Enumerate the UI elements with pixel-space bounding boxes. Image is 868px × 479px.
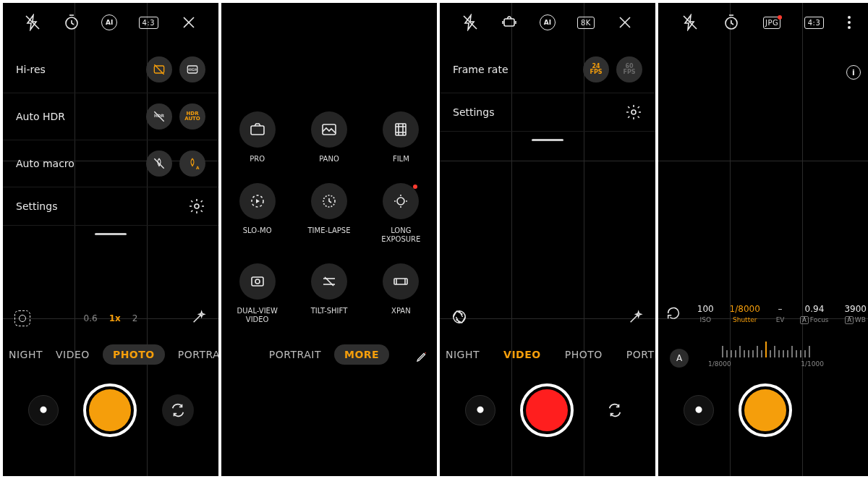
- more-pano[interactable]: PANO: [311, 111, 347, 164]
- overflow-menu-icon[interactable]: [848, 16, 851, 29]
- screen-video: AI 8K Frame rate 24FPS 60FPS Settings: [440, 3, 655, 476]
- svg-text:HIGH: HIGH: [187, 67, 197, 72]
- more-dualview[interactable]: DUAL-VIEW VIDEO: [237, 263, 278, 325]
- topbar: AI 4:3: [3, 3, 218, 42]
- screen-pro: JPG 4:3 i 100ISO 1/8000Shutter –EV 0.94 …: [658, 3, 868, 476]
- chip-hdr-off[interactable]: HDR: [146, 103, 172, 130]
- ai-icon[interactable]: AI: [540, 14, 556, 30]
- reset-icon[interactable]: [665, 305, 681, 321]
- aspect-ratio-chip[interactable]: 4:3: [804, 17, 825, 29]
- zoom-picker[interactable]: 0.6 1x 2: [84, 313, 138, 323]
- google-lens-icon[interactable]: [14, 310, 30, 326]
- screen-photo: AI 4:3 Hi-res HIGH Auto HDR HDR: [3, 3, 218, 476]
- more-film[interactable]: FILM: [383, 111, 419, 164]
- shutter-photo[interactable]: [83, 383, 137, 437]
- more-modes-grid: PRO PANO FILM SLO-MO TIME-LAPSE LONG EXP…: [221, 111, 437, 325]
- zoom-row: [440, 305, 655, 331]
- chip-fps60[interactable]: 60FPS: [616, 56, 642, 82]
- last-shot-thumbnail[interactable]: [684, 395, 714, 425]
- aspect-ratio-chip[interactable]: 4:3: [139, 17, 159, 29]
- chip-macro-auto[interactable]: A: [179, 151, 205, 177]
- svg-rect-27: [504, 19, 514, 26]
- close-icon[interactable]: [616, 14, 634, 31]
- zoom-row: 0.6 1x 2: [3, 305, 218, 331]
- pro-params-strip: 100ISO 1/8000Shutter –EV 0.94 AFocus 390…: [658, 295, 868, 331]
- mode-strip[interactable]: NIGHT VIDEO PHOTO PORTRAIT: [440, 340, 655, 369]
- row-hires: Hi-res HIGH: [3, 46, 218, 93]
- more-pro[interactable]: PRO: [239, 111, 276, 164]
- edit-modes-icon[interactable]: [415, 350, 428, 366]
- shutter-record[interactable]: [520, 383, 574, 437]
- svg-point-20: [255, 279, 260, 284]
- flash-off-icon[interactable]: [24, 14, 41, 31]
- svg-line-10: [154, 158, 163, 168]
- stabilization-icon[interactable]: [501, 14, 518, 31]
- chip-hdr-auto[interactable]: HDRAUTO: [179, 103, 205, 130]
- last-shot-thumbnail[interactable]: [28, 395, 59, 425]
- pro-ev[interactable]: –EV: [776, 304, 785, 323]
- switch-camera-button[interactable]: [162, 394, 194, 426]
- svg-rect-15: [396, 124, 406, 135]
- flash-off-icon[interactable]: [681, 14, 699, 31]
- screen-more: PRO PANO FILM SLO-MO TIME-LAPSE LONG EXP…: [221, 3, 437, 476]
- svg-point-25: [425, 352, 427, 354]
- svg-point-12: [195, 204, 199, 208]
- row-settings[interactable]: Settings: [3, 187, 218, 226]
- switch-camera-button[interactable]: [599, 394, 631, 426]
- shutter-ruler[interactable]: 1/80001/1000: [658, 343, 868, 376]
- topbar: AI 8K: [440, 3, 655, 42]
- chip-fps24[interactable]: 24FPS: [583, 56, 609, 82]
- mode-active[interactable]: PHOTO: [103, 344, 165, 365]
- drawer-drag-handle[interactable]: [3, 226, 218, 242]
- settings-gear-icon: [625, 103, 642, 121]
- last-shot-thumbnail[interactable]: [465, 395, 495, 425]
- row-framerate: Frame rate 24FPS 60FPS: [440, 46, 655, 93]
- svg-text:A: A: [196, 166, 200, 170]
- svg-point-30: [631, 110, 636, 114]
- row-autohdr: Auto HDR HDR HDRAUTO: [3, 93, 218, 140]
- row-automacro: Auto macro A: [3, 140, 218, 187]
- more-timelapse[interactable]: TIME-LAPSE: [308, 183, 351, 245]
- mode-strip[interactable]: PORTRAIT MORE: [221, 340, 437, 369]
- resolution-chip[interactable]: 8K: [577, 17, 595, 29]
- svg-point-18: [397, 198, 404, 205]
- more-tiltshift[interactable]: TILT-SHIFT: [311, 263, 348, 325]
- filters-wand-icon[interactable]: [628, 309, 644, 328]
- shutter-photo[interactable]: [739, 383, 792, 437]
- auto-button[interactable]: A: [670, 349, 689, 368]
- filters-wand-icon[interactable]: [191, 309, 207, 328]
- chip-macro-off[interactable]: [146, 151, 172, 177]
- chip-hires-off[interactable]: [146, 56, 172, 82]
- quick-settings-drawer: Frame rate 24FPS 60FPS Settings: [440, 46, 655, 148]
- svg-rect-19: [252, 277, 263, 286]
- more-longexposure[interactable]: LONG EXPOSURE: [381, 183, 420, 245]
- info-icon[interactable]: i: [846, 65, 861, 80]
- timer-icon[interactable]: [63, 14, 80, 31]
- format-jpg-chip[interactable]: JPG: [763, 17, 780, 29]
- timer-icon[interactable]: [723, 14, 740, 31]
- pro-wb[interactable]: 3900 AWB: [844, 304, 867, 323]
- shutter-row: [3, 378, 218, 443]
- more-slomo[interactable]: SLO-MO: [239, 183, 276, 245]
- ai-icon[interactable]: AI: [101, 14, 117, 30]
- pro-focus[interactable]: 0.94 AFocus: [800, 304, 828, 323]
- settings-gear-icon: [188, 198, 205, 215]
- pro-shutter[interactable]: 1/8000Shutter: [730, 304, 760, 323]
- drawer-drag-handle[interactable]: [440, 132, 655, 148]
- topbar: JPG 4:3: [658, 3, 868, 42]
- more-xpan[interactable]: XPAN: [383, 263, 419, 325]
- aperture-icon[interactable]: [451, 309, 467, 328]
- row-settings[interactable]: Settings: [440, 93, 655, 132]
- shutter-row: [658, 378, 868, 443]
- quick-settings-drawer: Hi-res HIGH Auto HDR HDR HDRAUTO: [3, 46, 218, 242]
- chip-hires-on[interactable]: HIGH: [179, 56, 205, 82]
- svg-rect-13: [251, 126, 264, 135]
- shutter-row: [440, 378, 655, 443]
- flash-off-icon[interactable]: [461, 14, 479, 31]
- pro-iso[interactable]: 100ISO: [697, 304, 714, 323]
- mode-strip[interactable]: NIGHT VIDEO PHOTO PORTRAIT MORE: [3, 340, 218, 369]
- close-icon[interactable]: [180, 14, 197, 31]
